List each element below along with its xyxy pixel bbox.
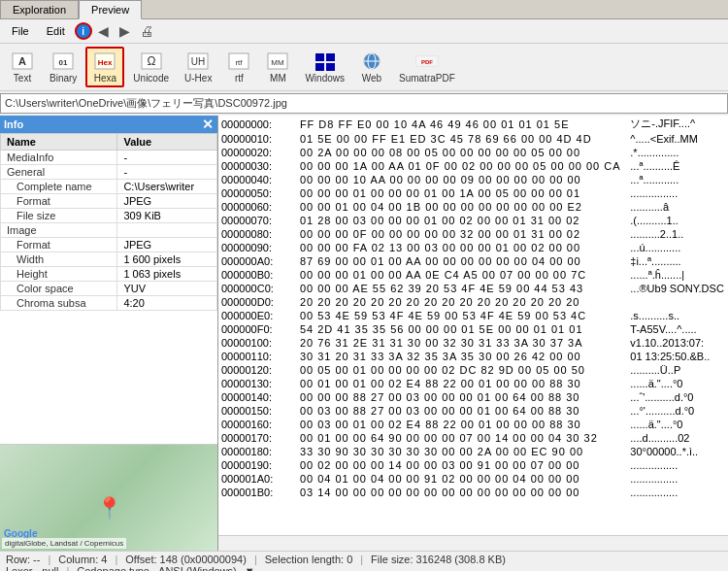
hex-row[interactable]: 00000040:00 00 00 10 AA 00 00 00 00 09 0… [218,173,728,186]
toolbar: A Text 01 Binary Hex Hexa Ω Unicode UH U… [0,44,728,91]
hex-ascii: ...........â [627,200,728,214]
hex-bytes[interactable]: 00 00 00 10 AA 00 00 00 00 09 00 00 00 0… [297,173,627,186]
hex-bytes[interactable]: 00 00 00 01 00 00 00 01 00 1A 00 05 00 0… [297,186,627,200]
hex-ascii: ......ª.ĥ.......| [627,268,728,282]
hex-ascii: ................ [627,458,728,472]
hex-row[interactable]: 000001A0:00 04 01 00 04 00 00 91 02 00 0… [218,472,728,486]
info-row-value: JPEG [117,238,217,252]
hex-bytes[interactable]: 20 20 20 20 20 20 20 20 20 20 20 20 20 2… [297,295,627,309]
hex-bytes[interactable]: 00 01 00 01 00 02 E4 88 22 00 01 00 00 0… [297,377,627,390]
hex-bytes[interactable]: 00 2A 00 00 00 08 00 05 00 00 00 00 00 0… [297,146,627,159]
hex-bytes[interactable]: 54 2D 41 35 35 56 00 00 00 01 5E 00 00 0… [297,322,627,336]
hex-bytes[interactable]: 00 53 4E 59 53 4F 4E 59 00 53 4F 4E 59 0… [297,309,627,322]
menu-btn-1[interactable]: ◀ [94,21,114,41]
status-codepage[interactable]: Codepage type - ANSI (Windows) [77,565,236,571]
hex-row[interactable]: 00000030:00 00 00 1A 00 AA 01 0F 00 02 0… [218,159,728,173]
info-row-name: Format [1,194,117,209]
tool-rtf[interactable]: rtf rtf [220,48,257,86]
hex-bytes[interactable]: 00 00 00 88 27 00 03 00 00 00 01 00 64 0… [297,390,627,404]
hex-row[interactable]: 000000F0:54 2D 41 35 35 56 00 00 00 01 5… [218,322,728,336]
info-row-name: Chroma subsa [1,296,117,311]
hex-row[interactable]: 00000020:00 2A 00 00 00 08 00 05 00 00 0… [218,146,728,159]
hex-bytes[interactable]: 20 76 31 2E 31 31 30 00 32 30 31 33 3A 3… [297,336,627,350]
hex-bytes[interactable]: 00 00 00 1A 00 AA 01 0F 00 02 00 00 00 0… [297,159,627,173]
hex-row[interactable]: 00000090:00 00 00 FA 02 13 00 03 00 00 0… [218,241,728,254]
tool-pdf[interactable]: PDF SumatraPDF [392,48,462,86]
hex-row[interactable]: 000000E0:00 53 4E 59 53 4F 4E 59 00 53 4… [218,309,728,322]
menu-btn-print[interactable]: 🖨 [137,21,156,41]
hex-bytes[interactable]: 00 00 00 AE 55 62 39 20 53 4F 4E 59 00 4… [297,282,627,295]
menu-file[interactable]: File [4,23,37,39]
hex-bytes[interactable]: 00 00 01 00 04 00 1B 00 00 00 00 00 00 0… [297,200,627,214]
hex-bytes[interactable]: 03 14 00 00 00 00 00 00 00 00 00 00 00 0… [297,486,627,499]
rtf-icon: rtf [227,50,250,72]
tool-unicode[interactable]: Ω Unicode [126,48,176,86]
hex-bytes[interactable]: 01 28 00 03 00 00 00 01 00 02 00 00 01 3… [297,214,627,227]
hex-row[interactable]: 00000140:00 00 00 88 27 00 03 00 00 00 0… [218,390,728,404]
hex-address: 000000B0: [218,268,297,282]
hex-row[interactable]: 00000130:00 01 00 01 00 02 E4 88 22 00 0… [218,377,728,390]
info-icon[interactable]: i [75,22,92,40]
tool-windows[interactable]: Windows [298,48,351,86]
hex-row[interactable]: 00000070:01 28 00 03 00 00 00 01 00 02 0… [218,214,728,227]
tool-uhex[interactable]: UH U-Hex [178,48,218,86]
svg-text:01: 01 [59,58,68,67]
hex-row[interactable]: 00000160:00 03 00 01 00 02 E4 88 22 00 0… [218,418,728,431]
tool-hexa[interactable]: Hex Hexa [85,47,124,87]
hex-row[interactable]: 00000080:00 00 00 0F 00 00 00 00 00 32 0… [218,227,728,241]
hex-row[interactable]: 00000000:FF D8 FF E0 00 10 4A 46 49 46 0… [218,116,728,132]
hex-bytes[interactable]: 33 30 90 30 30 30 30 30 00 00 2A 00 00 E… [297,445,627,458]
hex-row[interactable]: 00000170:00 01 00 00 64 90 00 00 00 07 0… [218,431,728,445]
hex-bytes[interactable]: 00 04 01 00 04 00 00 91 02 00 00 00 04 0… [297,472,627,486]
tool-web[interactable]: Web [353,48,390,86]
hex-bytes[interactable]: 00 03 00 88 27 00 03 00 00 00 01 00 64 0… [297,404,627,418]
hex-row[interactable]: 000001B0:03 14 00 00 00 00 00 00 00 00 0… [218,486,728,499]
svg-rect-17 [326,63,335,71]
panel-scroll[interactable]: Name Value MediaInfo-General-Complete na… [0,133,217,444]
tab-preview[interactable]: Preview [79,0,142,19]
hex-bytes[interactable]: 87 69 00 00 01 00 AA 00 00 00 00 00 00 0… [297,254,627,268]
hex-scroll-area[interactable]: 00000000:FF D8 FF E0 00 10 4A 46 49 46 0… [218,116,728,535]
svg-text:MM: MM [272,58,285,67]
info-row-name: Height [1,267,117,282]
info-row-name: General [1,165,117,180]
hex-ascii: ................ [627,186,728,200]
hex-row[interactable]: 000000A0:87 69 00 00 01 00 AA 00 00 00 0… [218,254,728,268]
tool-binary[interactable]: 01 Binary [43,48,83,86]
info-row-value: - [117,165,217,180]
hex-row[interactable]: 00000190:00 02 00 00 00 14 00 00 03 00 9… [218,458,728,472]
hex-bytes[interactable]: 01 5E 00 00 FF E1 ED 3C 45 78 69 66 00 0… [297,132,627,146]
hex-bytes[interactable]: 00 00 00 0F 00 00 00 00 00 32 00 00 01 3… [297,227,627,241]
hex-row[interactable]: 00000060:00 00 01 00 04 00 1B 00 00 00 0… [218,200,728,214]
hex-bytes[interactable]: 00 03 00 01 00 02 E4 88 22 00 01 00 00 0… [297,418,627,431]
hex-row[interactable]: 000000B0:00 00 00 01 00 00 AA 0E C4 A5 0… [218,268,728,282]
tab-exploration[interactable]: Exploration [0,0,79,18]
hex-bytes[interactable]: 00 05 00 01 00 00 00 00 02 DC 82 9D 00 0… [297,363,627,377]
hex-row[interactable]: 00000120:00 05 00 01 00 00 00 00 02 DC 8… [218,363,728,377]
codepage-dropdown-icon[interactable]: ▼ [245,565,255,571]
info-row-value: 4:20 [117,296,217,311]
hex-row[interactable]: 000000C0:00 00 00 AE 55 62 39 20 53 4F 4… [218,282,728,295]
hex-bytes[interactable]: 00 00 00 FA 02 13 00 03 00 00 00 01 00 0… [297,241,627,254]
hex-row[interactable]: 00000110:30 31 20 31 33 3A 32 35 3A 35 3… [218,350,728,363]
hex-bytes[interactable]: 00 00 00 01 00 00 AA 0E C4 A5 00 07 00 0… [297,268,627,282]
panel-close-button[interactable]: ✕ [202,118,214,131]
hex-row[interactable]: 00000100:20 76 31 2E 31 31 30 00 32 30 3… [218,336,728,350]
menu-btn-2[interactable]: ▶ [116,21,135,41]
hex-bytes[interactable]: 30 31 20 31 33 3A 32 35 3A 35 30 00 26 4… [297,350,627,363]
svg-text:rtf: rtf [236,58,244,67]
tool-text[interactable]: A Text [4,48,41,86]
unicode-icon: Ω [140,50,163,72]
hex-address: 00000040: [218,173,297,186]
hex-bytes[interactable]: FF D8 FF E0 00 10 4A 46 49 46 00 01 01 0… [297,116,627,132]
horizontal-scrollbar[interactable] [218,535,728,551]
hex-row[interactable]: 00000180:33 30 90 30 30 30 30 30 00 00 2… [218,445,728,458]
hex-row[interactable]: 00000150:00 03 00 88 27 00 03 00 00 00 0… [218,404,728,418]
hex-row[interactable]: 00000010:01 5E 00 00 FF E1 ED 3C 45 78 6… [218,132,728,146]
hex-bytes[interactable]: 00 02 00 00 00 14 00 00 03 00 91 00 00 0… [297,458,627,472]
menu-edit[interactable]: Edit [39,23,73,39]
hex-row[interactable]: 000000D0:20 20 20 20 20 20 20 20 20 20 2… [218,295,728,309]
hex-bytes[interactable]: 00 01 00 00 64 90 00 00 00 07 00 14 00 0… [297,431,627,445]
tool-mm[interactable]: MM MM [259,48,296,86]
hex-row[interactable]: 00000050:00 00 00 01 00 00 00 01 00 1A 0… [218,186,728,200]
